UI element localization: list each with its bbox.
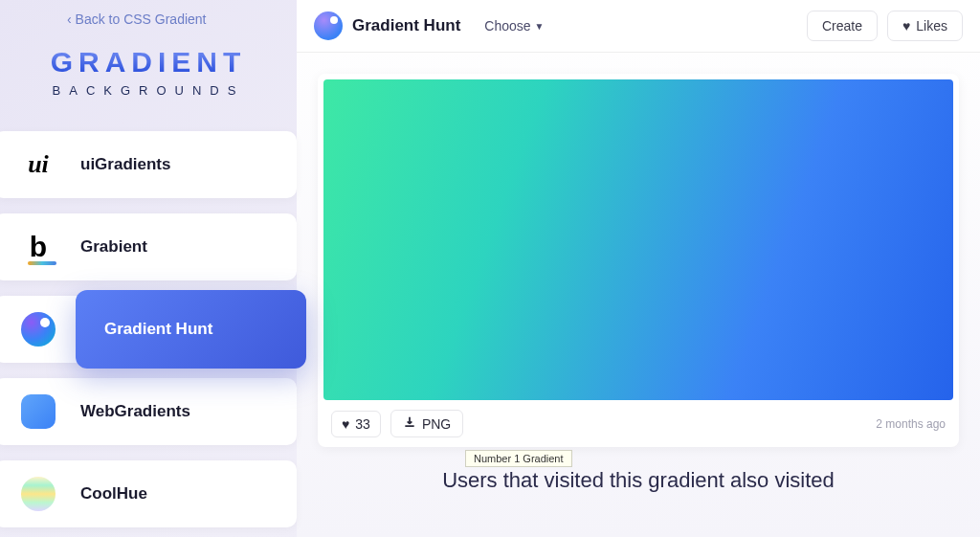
logo: GRADIENT BACKGROUNDS: [0, 46, 297, 98]
gradient-card: ♥ 33 PNG 2 months ago: [318, 74, 959, 447]
create-button[interactable]: Create: [807, 11, 878, 41]
uigradients-icon: ui: [21, 147, 56, 182]
site-item-label: Grabient: [80, 237, 147, 257]
site-item-uigradients[interactable]: ui uiGradients: [0, 131, 297, 198]
site-list: ui uiGradients b Grabient Gradient Hunt …: [0, 131, 297, 527]
sidebar: ‹ Back to CSS Gradient GRADIENT BACKGROU…: [0, 0, 297, 537]
brand-name: Gradient Hunt: [352, 16, 460, 35]
site-item-label: WebGradients: [80, 402, 190, 421]
grabient-icon: b: [21, 230, 56, 264]
active-pill: Gradient Hunt: [76, 290, 306, 369]
brand-icon: [314, 11, 343, 40]
heart-icon: ♥: [342, 416, 349, 432]
like-button[interactable]: ♥ 33: [331, 411, 381, 437]
gradient-preview[interactable]: [323, 79, 953, 400]
png-button[interactable]: PNG: [390, 410, 463, 437]
main: Gradient Hunt Choose ▼ Create ♥ Likes ♥ …: [297, 0, 980, 537]
back-link[interactable]: ‹ Back to CSS Gradient: [0, 11, 297, 27]
logo-subtitle: BACKGROUNDS: [0, 83, 297, 98]
coolhue-icon: [21, 477, 56, 511]
site-item-gradient-hunt[interactable]: Gradient Hunt: [0, 296, 297, 363]
png-label: PNG: [422, 416, 451, 432]
site-item-grabient[interactable]: b Grabient: [0, 213, 297, 280]
gradient-hunt-icon: [21, 312, 56, 347]
heart-icon: ♥: [902, 18, 910, 34]
chevron-down-icon: ▼: [535, 21, 545, 32]
site-item-label: CoolHue: [80, 484, 147, 503]
site-item-label: uiGradients: [80, 155, 170, 174]
download-icon: [403, 415, 416, 432]
choose-button[interactable]: Choose ▼: [484, 18, 544, 34]
time-ago: 2 months ago: [876, 417, 946, 431]
tooltip: Number 1 Gradient: [465, 450, 572, 467]
card-bar: ♥ 33 PNG 2 months ago: [323, 400, 953, 441]
likes-button[interactable]: ♥ Likes: [887, 11, 963, 41]
site-item-webgradients[interactable]: WebGradients: [0, 378, 297, 445]
likes-label: Likes: [916, 18, 947, 34]
site-item-label: Gradient Hunt: [104, 320, 212, 339]
like-count: 33: [355, 416, 370, 432]
topbar: Gradient Hunt Choose ▼ Create ♥ Likes: [297, 0, 980, 53]
webgradients-icon: [21, 394, 56, 429]
choose-label: Choose: [484, 18, 530, 34]
site-item-coolhue[interactable]: CoolHue: [0, 460, 297, 527]
content: ♥ 33 PNG 2 months ago Users that visited…: [297, 53, 980, 537]
section-title: Users that visited this gradient also vi…: [318, 468, 959, 493]
logo-title: GRADIENT: [0, 46, 297, 78]
